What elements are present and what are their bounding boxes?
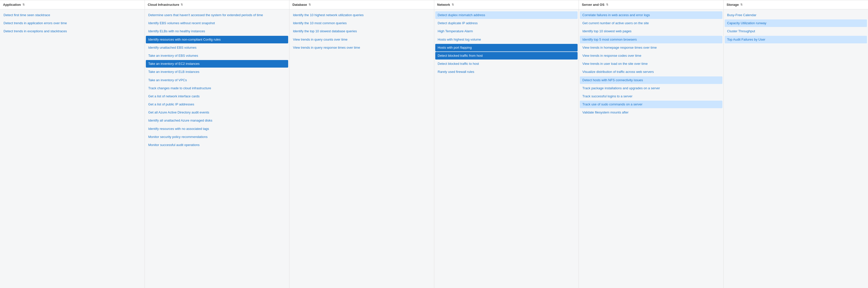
column-header-label-storage: Storage — [727, 3, 739, 6]
list-item[interactable]: Detect duplex mismatch address — [435, 11, 578, 19]
sort-icon-storage: ⇅ — [740, 3, 743, 6]
column-storage: Storage⇅Busy-Free CalendarCapacity Utili… — [724, 0, 868, 288]
list-item[interactable]: Top Audit Failures by User — [725, 36, 867, 44]
column-items-database: Identify the 10 highest network utilizat… — [289, 9, 434, 288]
list-item[interactable]: Identify resources with non-compliant Co… — [146, 36, 288, 44]
column-header-label-server-and-os: Server and OS — [582, 3, 604, 6]
list-item[interactable]: Take an inventory of VPCs — [146, 77, 288, 84]
column-server-and-os: Server and OS⇅Correlate failures in web … — [579, 0, 724, 288]
column-header-label-network: Network — [437, 3, 450, 6]
list-item[interactable]: Identify top 5 most common browsers — [580, 36, 722, 44]
list-item[interactable]: Detect first time seen stacktrace — [1, 11, 144, 19]
column-application: Application⇅Detect first time seen stack… — [0, 0, 145, 288]
sort-icon-server-and-os: ⇅ — [606, 3, 608, 6]
list-item[interactable]: Get a list of network interface cards — [146, 92, 288, 100]
list-item[interactable]: Take an inventory of EC2 instances — [146, 60, 288, 67]
list-item[interactable]: Visualize distribution of traffic across… — [580, 68, 722, 76]
list-item[interactable]: Get a list of public IP addresses — [146, 100, 288, 108]
list-item[interactable]: Track successful logins to a server — [580, 92, 722, 100]
sort-icon-cloud-infrastructure: ⇅ — [181, 3, 183, 6]
list-item[interactable]: Get all Azure Active Directory audit eve… — [146, 109, 288, 116]
column-items-application: Detect first time seen stacktraceDetect … — [0, 9, 145, 288]
column-cloud-infrastructure: Cloud Infrastructure⇅Determine users tha… — [145, 0, 290, 288]
column-header-network[interactable]: Network⇅ — [434, 0, 579, 9]
list-item[interactable]: Capacity Utilization runway — [725, 20, 867, 27]
list-item[interactable]: View trends in homepage response times o… — [580, 44, 722, 52]
list-item[interactable]: Cluster Throughput — [725, 28, 867, 35]
list-item[interactable]: Identify the 10 highest network utilizat… — [290, 11, 433, 19]
list-item[interactable]: Detect hosts with NFS connectivity issue… — [580, 77, 722, 84]
list-item[interactable]: Take an inventory of ELB instances — [146, 68, 288, 76]
column-items-storage: Busy-Free CalendarCapacity Utilization r… — [724, 9, 868, 288]
list-item[interactable]: Identify ELBs with no healthy instances — [146, 28, 288, 35]
column-items-cloud-infrastructure: Determine users that haven't accessed th… — [145, 9, 289, 288]
list-item[interactable]: Identify unattached EBS volumes — [146, 44, 288, 52]
column-header-label-cloud-infrastructure: Cloud Infrastructure — [148, 3, 179, 6]
list-item[interactable]: Identify resources with no associated ta… — [146, 125, 288, 133]
list-item[interactable]: Detect duplicate IP address — [435, 20, 578, 27]
list-item[interactable]: Correlate failures in web access and err… — [580, 11, 722, 19]
list-item[interactable]: Detect blocked traffic to host — [435, 60, 578, 67]
list-item[interactable]: Track changes made to cloud infrastructu… — [146, 85, 288, 92]
column-items-server-and-os: Correlate failures in web access and err… — [579, 9, 723, 288]
list-item[interactable]: Detect blocked traffic from host — [435, 52, 578, 59]
column-header-cloud-infrastructure[interactable]: Cloud Infrastructure⇅ — [145, 0, 289, 9]
list-item[interactable]: Identify the 10 most common queries — [290, 20, 433, 27]
column-header-application[interactable]: Application⇅ — [0, 0, 145, 9]
list-item[interactable]: Identify all unattached Azure managed di… — [146, 117, 288, 124]
column-header-label-database: Database — [292, 3, 307, 6]
list-item[interactable]: High Temperature Alarm — [435, 28, 578, 35]
list-item[interactable]: Hosts with highest log volume — [435, 36, 578, 44]
list-item[interactable]: Determine users that haven't accessed th… — [146, 11, 288, 19]
list-item[interactable]: Track package installations and upgrades… — [580, 85, 722, 92]
sort-icon-application: ⇅ — [23, 3, 25, 6]
list-item[interactable]: Identify the top 10 slowest database que… — [290, 28, 433, 35]
list-item[interactable]: Detect trends in exceptions and stacktra… — [1, 28, 144, 35]
column-header-storage[interactable]: Storage⇅ — [724, 0, 868, 9]
column-header-label-application: Application — [3, 3, 21, 6]
list-item[interactable]: Hosts with port flapping — [435, 44, 578, 52]
main-table: Application⇅Detect first time seen stack… — [0, 0, 868, 288]
column-header-database[interactable]: Database⇅ — [289, 0, 434, 9]
column-database: Database⇅Identify the 10 highest network… — [289, 0, 434, 288]
list-item[interactable]: Track use of sudo commands on a server — [580, 100, 722, 108]
list-item[interactable]: Identify top 10 slowest web pages — [580, 28, 722, 35]
list-item[interactable]: Busy-Free Calendar — [725, 11, 867, 19]
list-item[interactable]: View trends in query counts over time — [290, 36, 433, 44]
list-item[interactable]: Get current number of active users on th… — [580, 20, 722, 27]
list-item[interactable]: Identify EBS volumes without recent snap… — [146, 20, 288, 27]
column-header-server-and-os[interactable]: Server and OS⇅ — [579, 0, 723, 9]
list-item[interactable]: Detect trends in application errors over… — [1, 20, 144, 27]
list-item[interactable]: View trends in user load on the site ove… — [580, 60, 722, 67]
column-items-network: Detect duplex mismatch addressDetect dup… — [434, 9, 579, 288]
list-item[interactable]: View trends in response codes over time — [580, 52, 722, 59]
list-item[interactable]: Rarely used firewall rules — [435, 68, 578, 76]
sort-icon-database: ⇅ — [309, 3, 311, 6]
sort-icon-network: ⇅ — [452, 3, 454, 6]
list-item[interactable]: Validate filesystem mounts after — [580, 109, 722, 116]
list-item[interactable]: View trends in query response times over… — [290, 44, 433, 52]
list-item[interactable]: Monitor successful audit operations — [146, 141, 288, 149]
column-network: Network⇅Detect duplex mismatch addressDe… — [434, 0, 579, 288]
list-item[interactable]: Take an inventory of EBS volumes — [146, 52, 288, 59]
list-item[interactable]: Monitor security policy recommendations — [146, 133, 288, 141]
